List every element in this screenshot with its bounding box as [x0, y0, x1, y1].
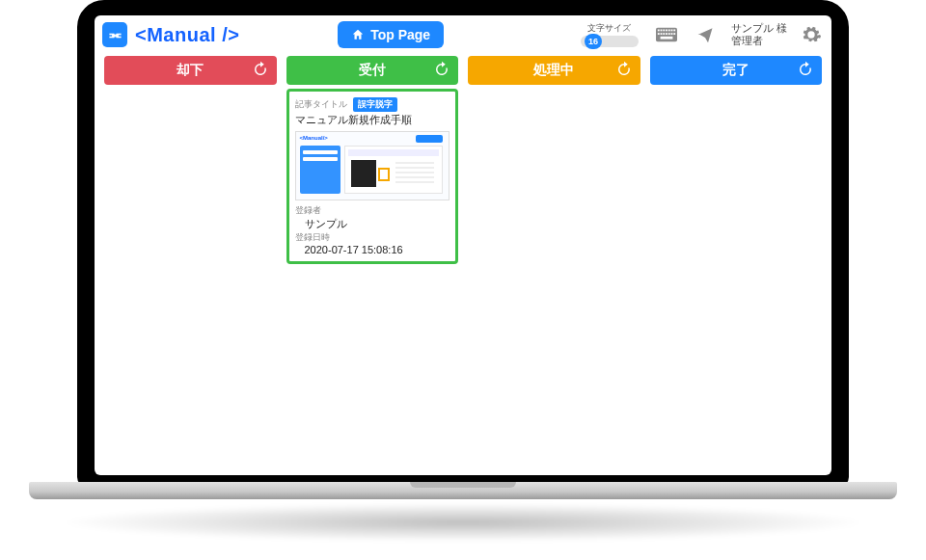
app-logo-text: <Manual /> — [135, 24, 239, 46]
refresh-icon[interactable] — [252, 61, 269, 78]
column-header-done: 完了 — [650, 56, 823, 85]
font-size-slider[interactable]: 16 — [581, 36, 639, 47]
refresh-icon[interactable] — [433, 61, 450, 78]
column-rejected: 却下 — [104, 56, 277, 264]
logo-word: Manual — [147, 24, 216, 45]
card-thumbnail: <Manual/> — [295, 131, 450, 200]
svg-rect-6 — [671, 30, 673, 32]
column-processing: 処理中 — [468, 56, 640, 264]
svg-rect-7 — [673, 30, 675, 32]
card-title-row: 記事タイトル 誤字脱字 — [295, 97, 450, 112]
thumb-button — [416, 135, 443, 143]
home-icon — [351, 28, 365, 41]
column-title: 受付 — [359, 62, 386, 79]
card-datetime: 2020-07-17 15:08:16 — [305, 244, 450, 255]
user-role: 管理者 — [731, 35, 787, 47]
svg-rect-15 — [661, 37, 673, 40]
card-registrant: サンプル — [305, 217, 450, 231]
kanban-board: 却下 受付 記事タイトル 誤字脱字 マニュアル新規作成手順 <Manua — [95, 52, 831, 274]
thumb-sidebar — [300, 146, 340, 194]
svg-rect-10 — [663, 33, 665, 35]
logo-glyph: ⫘ — [108, 27, 122, 42]
card-badge: 誤字脱字 — [353, 97, 397, 112]
svg-rect-1 — [658, 30, 660, 32]
logo-angle-close: > — [228, 24, 239, 45]
logo-angle-open: < — [135, 24, 147, 45]
user-name: サンプル 様 — [731, 22, 787, 35]
column-received: 受付 記事タイトル 誤字脱字 マニュアル新規作成手順 <Manual/> — [286, 56, 459, 264]
paper-plane-icon[interactable] — [694, 26, 716, 43]
card-title: マニュアル新規作成手順 — [295, 113, 450, 127]
svg-rect-12 — [668, 33, 670, 35]
thumb-main — [344, 146, 444, 194]
top-page-label: Top Page — [370, 27, 430, 42]
card-registrant-label: 登録者 — [295, 204, 450, 217]
svg-rect-11 — [666, 33, 667, 35]
user-info: サンプル 様 管理者 — [731, 22, 787, 47]
svg-rect-14 — [673, 33, 675, 35]
svg-rect-4 — [666, 30, 667, 32]
svg-rect-5 — [668, 30, 670, 32]
top-page-button[interactable]: Top Page — [338, 21, 444, 48]
app-header: ⫘ <Manual /> Top Page 文字サイズ 16 — [95, 15, 831, 52]
thumb-lines — [395, 162, 434, 185]
refresh-icon[interactable] — [615, 61, 633, 78]
logo-slash: / — [216, 24, 228, 45]
column-header-received: 受付 — [286, 56, 459, 85]
laptop-frame: ⫘ <Manual /> Top Page 文字サイズ 16 — [77, 0, 849, 487]
svg-rect-9 — [661, 33, 663, 35]
app-logo-icon: ⫘ — [102, 22, 127, 47]
laptop-shadow — [58, 503, 868, 542]
svg-rect-8 — [658, 33, 660, 35]
column-title: 処理中 — [533, 62, 574, 79]
svg-rect-3 — [663, 30, 665, 32]
thumb-highlight — [378, 168, 390, 181]
keyboard-icon[interactable] — [656, 26, 677, 43]
card-title-label: 記事タイトル — [295, 99, 347, 109]
gear-icon[interactable] — [801, 24, 822, 45]
thumb-toolbar — [348, 149, 440, 156]
font-size-value: 16 — [585, 34, 602, 49]
column-header-processing: 処理中 — [468, 56, 640, 85]
refresh-icon[interactable] — [797, 61, 814, 78]
task-card[interactable]: 記事タイトル 誤字脱字 マニュアル新規作成手順 <Manual/> — [286, 89, 459, 264]
laptop-base — [29, 482, 897, 499]
column-title: 却下 — [177, 62, 204, 79]
thumb-brand: <Manual/> — [300, 135, 328, 141]
thumb-image — [351, 160, 376, 187]
column-done: 完了 — [650, 56, 823, 264]
font-size-control: 文字サイズ 16 — [581, 22, 639, 47]
svg-rect-13 — [671, 33, 673, 35]
column-title: 完了 — [722, 62, 749, 79]
card-datetime-label: 登録日時 — [295, 231, 450, 244]
app-screen: ⫘ <Manual /> Top Page 文字サイズ 16 — [95, 15, 831, 475]
column-header-rejected: 却下 — [104, 56, 277, 85]
svg-rect-2 — [661, 30, 663, 32]
